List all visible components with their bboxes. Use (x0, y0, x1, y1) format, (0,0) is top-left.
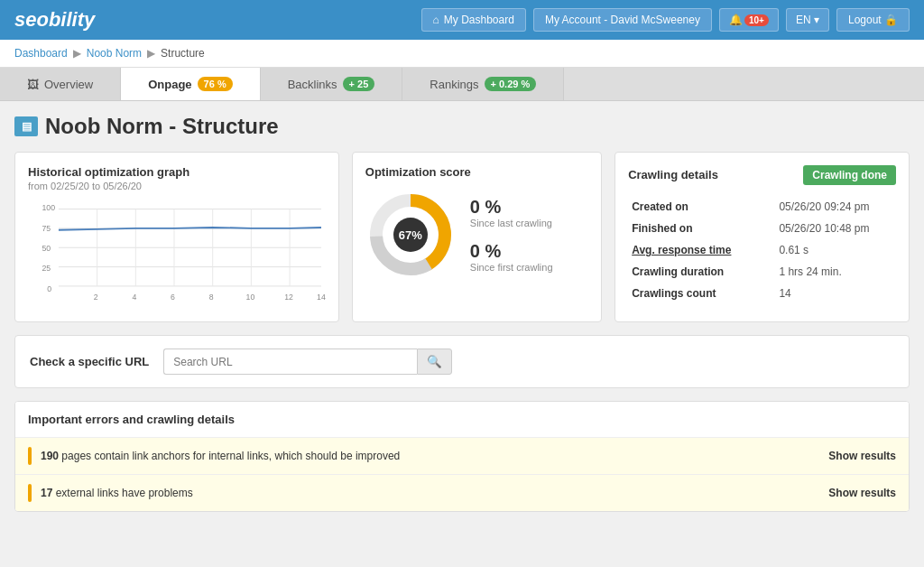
tab-rankings[interactable]: Rankings + 0.29 % (402, 68, 564, 100)
since-first-label: Since first crawling (470, 262, 553, 273)
score-card-title: Optimization score (365, 165, 588, 179)
bell-icon: 🔔 (729, 14, 743, 26)
breadcrumb: Dashboard ▶ Noob Norm ▶ Structure (0, 40, 924, 68)
crawl-label: Crawlings count (628, 283, 775, 304)
rankings-badge: + 0.29 % (485, 77, 537, 91)
crawl-value: 1 hrs 24 min. (775, 261, 896, 283)
svg-text:6: 6 (171, 293, 175, 302)
error-indicator-2 (28, 484, 32, 502)
tab-onpage[interactable]: Onpage 76 % (121, 68, 260, 100)
url-search-wrapper: 🔍 (163, 349, 452, 375)
tab-backlinks-label: Backlinks (288, 78, 337, 91)
tabs-bar: 🖼 Overview Onpage 76 % Backlinks + 25 Ra… (0, 68, 924, 101)
notifications-button[interactable]: 🔔 10+ (719, 8, 779, 32)
score-card: Optimization score 67% 0 % (352, 152, 602, 322)
breadcrumb-current: Structure (161, 47, 205, 60)
crawl-value: 0.61 s (775, 239, 896, 261)
svg-text:75: 75 (42, 224, 51, 233)
url-search-button[interactable]: 🔍 (417, 349, 452, 375)
svg-text:14: 14 (317, 293, 326, 302)
table-row: Crawlings count 14 (628, 283, 896, 304)
logo: seobility (14, 8, 95, 32)
crawl-card: Crawling details Crawling done Created o… (614, 152, 910, 322)
tab-backlinks[interactable]: Backlinks + 25 (261, 68, 403, 100)
breadcrumb-arrow-1: ▶ (73, 47, 81, 60)
error-row-2: 17 external links have problems Show res… (15, 474, 909, 511)
crawl-label: Crawling duration (628, 261, 775, 283)
crawl-table: Created on 05/26/20 09:24 pm Finished on… (628, 196, 896, 304)
since-last-label: Since last crawling (470, 218, 553, 228)
svg-text:4: 4 (132, 293, 136, 302)
donut-chart: 67% (365, 190, 456, 280)
account-button[interactable]: My Account - David McSweeney (533, 8, 712, 32)
svg-text:100: 100 (42, 203, 56, 212)
structure-icon: ▤ (14, 116, 38, 136)
svg-text:0: 0 (47, 284, 51, 293)
language-button[interactable]: EN ▾ (786, 8, 829, 32)
onpage-badge: 76 % (198, 77, 233, 91)
breadcrumb-project[interactable]: Noob Norm (87, 47, 142, 60)
search-icon: 🔍 (427, 355, 442, 368)
notification-badge: 10+ (744, 14, 769, 26)
table-row: Finished on 05/26/20 10:48 pm (628, 218, 896, 239)
score-stats: 0 % Since last crawling 0 % Since first … (470, 197, 553, 273)
error-row-1: 190 pages contain link anchors for inter… (15, 437, 909, 474)
errors-title: Important errors and crawling details (15, 402, 909, 437)
logout-button[interactable]: Logout 🔒 (836, 8, 910, 32)
error-indicator-1 (28, 447, 32, 465)
since-last-stat: 0 % Since last crawling (470, 197, 553, 228)
tab-overview-label: Overview (44, 78, 93, 91)
since-first-stat: 0 % Since first crawling (470, 241, 553, 273)
graph-card: Historical optimization graph from 02/25… (14, 152, 339, 322)
table-row: Created on 05/26/20 09:24 pm (628, 196, 896, 218)
breadcrumb-dashboard[interactable]: Dashboard (14, 47, 68, 60)
dashboard-button[interactable]: ⌂ My Dashboard (421, 8, 526, 32)
breadcrumb-arrow-2: ▶ (147, 47, 155, 60)
crawl-status-badge: Crawling done (803, 165, 896, 185)
svg-text:10: 10 (246, 293, 255, 302)
backlinks-badge: + 25 (343, 77, 375, 91)
crawl-label: Finished on (628, 218, 775, 239)
graph-card-title: Historical optimization graph (28, 165, 326, 179)
since-first-value: 0 % (470, 241, 553, 262)
table-row: Crawling duration 1 hrs 24 min. (628, 261, 896, 283)
graph-card-subtitle: from 02/25/20 to 05/26/20 (28, 181, 326, 191)
tab-rankings-label: Rankings (430, 78, 478, 91)
crawl-label: Avg. response time (628, 239, 775, 261)
crawl-card-title: Crawling details (628, 168, 718, 181)
errors-card: Important errors and crawling details 19… (14, 401, 910, 512)
url-search-input[interactable] (163, 349, 417, 375)
url-check-label: Check a specific URL (30, 355, 149, 368)
crawl-label: Created on (628, 196, 775, 218)
score-content: 67% 0 % Since last crawling 0 % Since fi… (365, 181, 588, 280)
crawl-value: 05/26/20 09:24 pm (775, 196, 896, 218)
error-text-1: 190 pages contain link anchors for inter… (41, 450, 828, 462)
show-results-2[interactable]: Show results (828, 487, 896, 499)
cards-row: Historical optimization graph from 02/25… (14, 152, 910, 322)
header: seobility ⌂ My Dashboard My Account - Da… (0, 0, 924, 40)
since-last-value: 0 % (470, 197, 553, 218)
svg-text:8: 8 (209, 293, 214, 302)
svg-text:25: 25 (42, 264, 51, 273)
main-content: ▤ Noob Norm - Structure Historical optim… (0, 101, 924, 525)
score-percent: 67% (393, 218, 428, 252)
tab-overview[interactable]: 🖼 Overview (0, 68, 121, 100)
crawl-value: 14 (775, 283, 896, 304)
error-text-2: 17 external links have problems (41, 487, 828, 499)
tab-onpage-label: Onpage (148, 78, 191, 91)
overview-icon: 🖼 (27, 78, 39, 91)
show-results-1[interactable]: Show results (828, 450, 896, 462)
svg-text:50: 50 (42, 244, 51, 253)
crawl-header: Crawling details Crawling done (628, 165, 896, 185)
home-icon: ⌂ (433, 14, 439, 26)
svg-text:2: 2 (94, 293, 98, 302)
chart-svg: 100 75 50 25 0 (28, 200, 326, 309)
svg-text:12: 12 (284, 293, 293, 302)
crawl-value: 05/26/20 10:48 pm (775, 218, 896, 239)
url-check-card: Check a specific URL 🔍 (14, 335, 910, 388)
chart-container: 100 75 50 25 0 (28, 200, 326, 309)
page-title: ▤ Noob Norm - Structure (14, 114, 910, 139)
table-row: Avg. response time 0.61 s (628, 239, 896, 261)
